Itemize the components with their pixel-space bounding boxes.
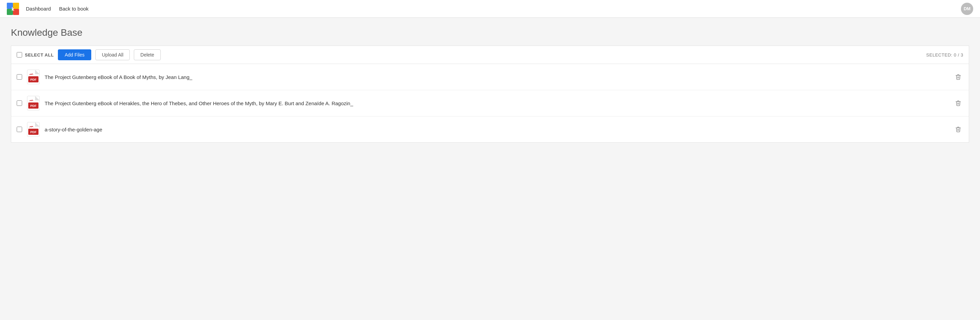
row-checkbox-3[interactable] (17, 127, 22, 132)
svg-text:PDF: PDF (30, 104, 37, 108)
pdf-icon: PDF (27, 96, 40, 111)
delete-row-button-3[interactable] (953, 125, 963, 134)
file-name: The Project Gutenberg eBook of A Book of… (45, 74, 948, 80)
select-all-label: SELECT ALL (25, 53, 54, 57)
dashboard-link[interactable]: Dashboard (26, 6, 51, 11)
svg-text:k: k (11, 6, 14, 12)
pdf-icon: PDF (27, 122, 40, 137)
back-to-book-link[interactable]: Back to book (59, 6, 89, 11)
file-name: The Project Gutenberg eBook of Herakles,… (45, 100, 948, 106)
app-logo[interactable]: k (7, 3, 19, 15)
delete-row-button-1[interactable] (953, 73, 963, 81)
add-files-button[interactable]: Add Files (58, 49, 91, 60)
main-content: Knowledge Base SELECT ALL Add Files Uplo… (0, 18, 980, 320)
table-row: PDF a-story-of-the-golden-age (11, 116, 969, 142)
pdf-icon: PDF (27, 70, 40, 84)
delete-row-button-2[interactable] (953, 99, 963, 108)
select-all-wrapper[interactable]: SELECT ALL (17, 52, 54, 57)
upload-all-button[interactable]: Upload All (95, 49, 130, 60)
toolbar: SELECT ALL Add Files Upload All Delete S… (11, 46, 969, 64)
svg-text:PDF: PDF (30, 131, 37, 134)
row-checkbox-2[interactable] (17, 100, 22, 106)
table-row: PDF The Project Gutenberg eBook of A Boo… (11, 64, 969, 90)
delete-button[interactable]: Delete (134, 49, 161, 60)
row-checkbox-1[interactable] (17, 74, 22, 80)
svg-text:PDF: PDF (30, 78, 37, 81)
navbar: k Dashboard Back to book DM (0, 0, 980, 18)
file-list: PDF The Project Gutenberg eBook of A Boo… (11, 64, 969, 143)
select-all-checkbox[interactable] (17, 52, 22, 57)
selected-count: SELECTED: 0 / 3 (926, 53, 963, 57)
avatar[interactable]: DM (961, 3, 973, 15)
page-title: Knowledge Base (11, 27, 969, 38)
table-row: PDF The Project Gutenberg eBook of Herak… (11, 90, 969, 116)
file-name: a-story-of-the-golden-age (45, 127, 948, 132)
